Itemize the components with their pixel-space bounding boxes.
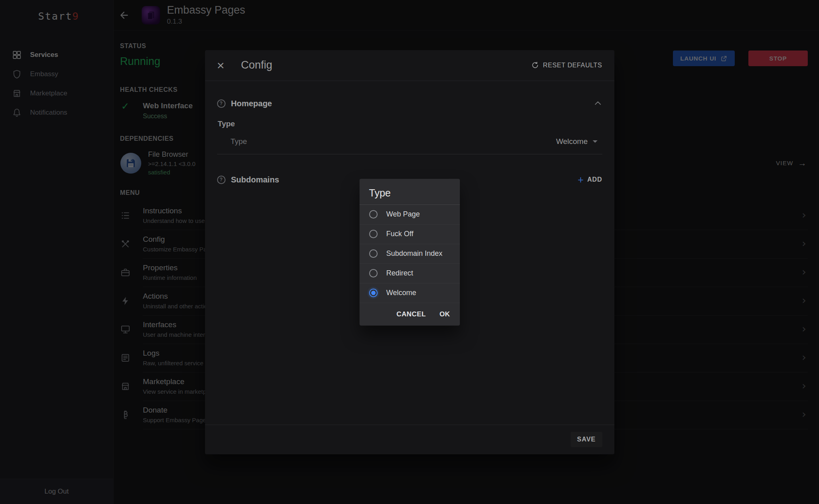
radio-option-label: Redirect: [386, 269, 413, 277]
radio-option-welcome[interactable]: Welcome: [360, 283, 460, 303]
type-dialog-footer: CANCEL OK: [360, 303, 460, 326]
radio-option-label: Fuck Off: [386, 230, 414, 238]
type-dialog: Type Web Page Fuck Off Subdomain Index R…: [360, 179, 460, 326]
radio-option-redirect[interactable]: Redirect: [360, 264, 460, 283]
type-dialog-title: Type: [360, 179, 460, 205]
radio-option-web-page[interactable]: Web Page: [360, 205, 460, 225]
radio-option-label: Subdomain Index: [386, 249, 443, 258]
radio-selected-icon[interactable]: [369, 289, 378, 297]
radio-icon[interactable]: [369, 269, 378, 277]
radio-icon[interactable]: [369, 210, 378, 219]
radio-icon[interactable]: [369, 249, 378, 258]
ok-button[interactable]: OK: [439, 310, 450, 318]
radio-option-subdomain-index[interactable]: Subdomain Index: [360, 244, 460, 264]
radio-option-label: Web Page: [386, 210, 420, 219]
radio-icon[interactable]: [369, 230, 378, 238]
radio-option-fuck-off[interactable]: Fuck Off: [360, 225, 460, 244]
radio-option-label: Welcome: [386, 289, 417, 297]
cancel-button[interactable]: CANCEL: [396, 310, 426, 318]
